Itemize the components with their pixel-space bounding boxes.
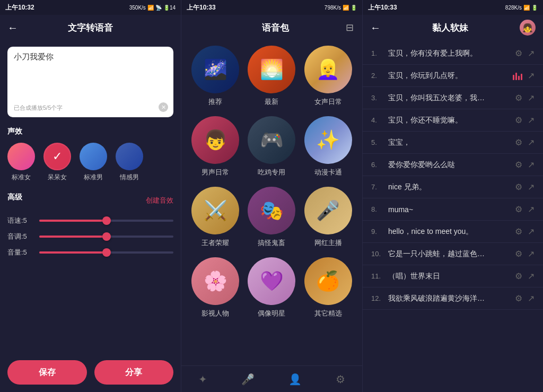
- voice-avatar-v4: [116, 143, 143, 170]
- phrase-item[interactable]: 9.hello，nice to meet you。⚙↗: [363, 221, 543, 243]
- phrase-actions: ⚙↗: [515, 48, 535, 58]
- vp-item-vp3[interactable]: 👱‍♀️女声日常: [303, 46, 354, 107]
- status-bar-2: 上午10:33 798K/s 📶 🔋: [181, 0, 362, 15]
- pitch-fill: [39, 236, 107, 238]
- share-icon[interactable]: ↗: [528, 227, 535, 237]
- phrase-text: 爱你爱你爱哟么么哒: [388, 160, 510, 170]
- voice-item-v4[interactable]: 情感男: [116, 143, 143, 182]
- phrase-back-button[interactable]: ←: [370, 22, 381, 34]
- volume-thumb[interactable]: [102, 248, 111, 257]
- vp-item-vp12[interactable]: 🍊其它精选: [303, 257, 354, 318]
- vp-item-vp6[interactable]: ✨动漫卡通: [303, 116, 354, 177]
- phrase-actions: ⚙↗: [515, 137, 535, 147]
- back-button[interactable]: ←: [7, 22, 18, 34]
- vp-item-vp9[interactable]: 🎤网红主播: [303, 187, 354, 248]
- phrase-item[interactable]: 1.宝贝，你有没有爱上我啊。⚙↗: [363, 42, 543, 65]
- advanced-label: 高级: [7, 193, 22, 202]
- status-icons-3: 828K/s 📶 🔋: [505, 5, 538, 11]
- speed-track[interactable]: [39, 220, 173, 222]
- tts-footer: 保存 分享: [0, 353, 181, 392]
- share-icon[interactable]: ↗: [528, 71, 535, 81]
- vp-label-vp8: 搞怪鬼畜: [258, 238, 285, 248]
- share-button[interactable]: 分享: [94, 360, 174, 385]
- tune-icon[interactable]: ⚙: [515, 271, 522, 281]
- clear-button[interactable]: ✕: [159, 102, 168, 112]
- tune-icon[interactable]: ⚙: [515, 249, 522, 259]
- vp-menu-icon[interactable]: ⊟: [346, 22, 354, 33]
- phrase-item[interactable]: 5.宝宝，⚙↗: [363, 132, 543, 154]
- phrase-item[interactable]: 6.爱你爱你爱哟么么哒⚙↗: [363, 154, 543, 176]
- status-bar-1: 上午10:32 350K/s 📶 📡 🔋14: [0, 0, 181, 15]
- phrase-actions: ⚙↗: [515, 271, 535, 281]
- tab-profile[interactable]: 👤: [288, 373, 302, 386]
- vp-label-vp10: 影视人物: [202, 309, 229, 318]
- phrase-text: 宝贝，你玩到几点呀。: [388, 71, 507, 81]
- vp-circle-vp2: 🌅: [248, 46, 295, 93]
- advanced-row: 高级 创建音效: [7, 193, 173, 208]
- tune-icon[interactable]: ⚙: [515, 137, 522, 147]
- battery-icon-2: 🔋: [351, 5, 357, 11]
- phrase-list: 1.宝贝，你有没有爱上我啊。⚙↗2.宝贝，你玩到几点呀。↗3.宝贝，你叫我五次老…: [363, 40, 543, 392]
- tab-settings[interactable]: ⚙: [336, 373, 345, 386]
- phrase-item[interactable]: 12.我欲乘风破浪踏遍黄沙海洋…⚙↗: [363, 288, 543, 310]
- save-button[interactable]: 保存: [7, 360, 87, 385]
- tune-icon[interactable]: ⚙: [515, 115, 522, 125]
- vp-item-vp2[interactable]: 🌅最新: [246, 46, 297, 107]
- vp-item-vp10[interactable]: 🌸影视人物: [190, 257, 241, 318]
- phrase-text: muma~: [388, 205, 510, 214]
- voice-name-v4: 情感男: [120, 173, 139, 182]
- tune-icon[interactable]: ⚙: [515, 160, 522, 170]
- share-icon[interactable]: ↗: [528, 160, 535, 170]
- phrase-item[interactable]: 10.它是一只小跳蛙，越过蓝色…⚙↗: [363, 243, 543, 265]
- pitch-thumb[interactable]: [102, 232, 111, 241]
- vp-item-vp11[interactable]: 💜偶像明星: [246, 257, 297, 318]
- speed-thumb[interactable]: [102, 216, 111, 225]
- voice-item-v3[interactable]: 标准男: [80, 143, 107, 182]
- phrase-item[interactable]: 7.nice 兄弟。⚙↗: [363, 176, 543, 198]
- tab-mic[interactable]: 🎤: [241, 373, 255, 386]
- volume-track[interactable]: [39, 251, 173, 254]
- share-icon[interactable]: ↗: [528, 271, 535, 281]
- voice-section-label: 声效: [7, 127, 173, 136]
- status-time-3: 上午10:33: [368, 3, 397, 12]
- phrase-item[interactable]: 4.宝贝，你还不睡觉嘛。⚙↗: [363, 109, 543, 132]
- vp-item-vp8[interactable]: 🎭搞怪鬼畜: [246, 187, 297, 248]
- vp-item-vp7[interactable]: ⚔️王者荣耀: [190, 187, 241, 248]
- vp-item-vp1[interactable]: 🌌推荐: [190, 46, 241, 107]
- share-icon[interactable]: ↗: [528, 204, 535, 214]
- tune-icon[interactable]: ⚙: [515, 227, 522, 237]
- share-icon[interactable]: ↗: [528, 93, 535, 103]
- phrase-number: 11.: [371, 272, 383, 280]
- phrase-item[interactable]: 3.宝贝，你叫我五次老婆，我…⚙↗: [363, 87, 543, 109]
- share-icon[interactable]: ↗: [528, 293, 535, 303]
- vp-item-vp4[interactable]: 👦男声日常: [190, 116, 241, 177]
- share-icon[interactable]: ↗: [528, 115, 535, 125]
- voice-item-v1[interactable]: 标准女: [7, 143, 35, 182]
- tts-input[interactable]: 小刀我爱你: [14, 52, 167, 100]
- phrase-actions: ⚙↗: [515, 293, 535, 303]
- vp-circle-vp10: 🌸: [191, 257, 239, 305]
- share-icon[interactable]: ↗: [528, 182, 535, 192]
- phrase-item[interactable]: 2.宝贝，你玩到几点呀。↗: [363, 65, 543, 87]
- voice-item-v2[interactable]: ✓呆呆女: [43, 143, 71, 182]
- phrase-item[interactable]: 8.muma~⚙↗: [363, 198, 543, 221]
- tune-icon[interactable]: ⚙: [515, 93, 522, 103]
- share-icon[interactable]: ↗: [528, 137, 535, 147]
- phrase-number: 1.: [371, 49, 383, 57]
- tab-sparks[interactable]: ✦: [198, 373, 207, 386]
- pitch-track[interactable]: [39, 236, 173, 238]
- vp-circle-vp9: 🎤: [304, 187, 352, 234]
- tune-icon[interactable]: ⚙: [515, 48, 522, 58]
- volume-slider-row: 音量:5: [7, 248, 173, 257]
- tune-icon[interactable]: ⚙: [515, 204, 522, 214]
- create-sfx-link[interactable]: 创建音效: [146, 196, 173, 205]
- phrase-item[interactable]: 11.（唱）世界末日⚙↗: [363, 265, 543, 288]
- tune-icon[interactable]: ⚙: [515, 182, 522, 192]
- tune-icon[interactable]: ⚙: [515, 293, 522, 303]
- vp-label-vp2: 最新: [265, 97, 278, 107]
- vp-item-vp5[interactable]: 🎮吃鸡专用: [246, 116, 297, 177]
- status-time-1: 上午10:32: [5, 3, 34, 12]
- share-icon[interactable]: ↗: [528, 249, 535, 259]
- panel-phrases: 上午10:33 828K/s 📶 🔋 ← 黏人软妹 👧 1.宝贝，你有没有爱上我…: [363, 0, 543, 392]
- share-icon[interactable]: ↗: [528, 48, 535, 58]
